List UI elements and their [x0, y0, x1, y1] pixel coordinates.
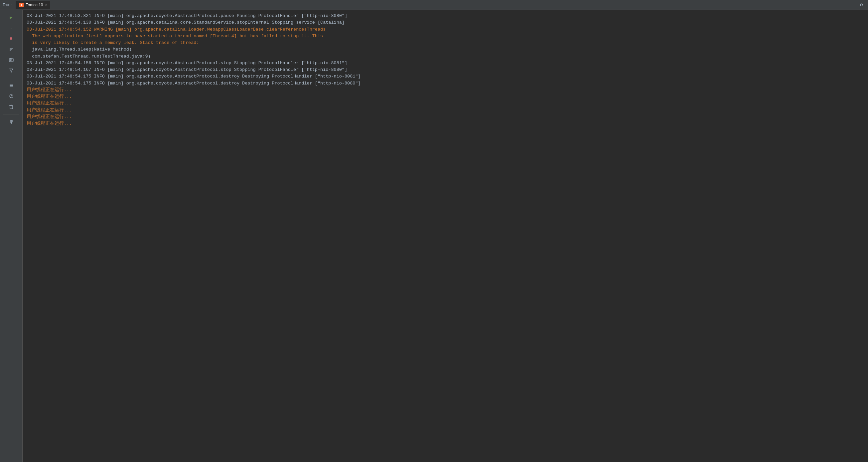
- tomcat-tab[interactable]: T Tomcat10 ×: [16, 1, 50, 9]
- tomcat-tab-icon: T: [19, 3, 24, 7]
- log-line: 用户线程正在运行...: [27, 107, 864, 114]
- tab-label: Tomcat10: [26, 3, 43, 7]
- svg-point-4: [10, 59, 12, 61]
- align-button[interactable]: [7, 81, 16, 90]
- toolbar-separator-2: [3, 114, 19, 115]
- log-line: The web application [test] appears to ha…: [27, 33, 864, 39]
- ide-window: Run: T Tomcat10 × ⚙ ▶ ↓ ■: [0, 0, 868, 462]
- svg-rect-13: [10, 106, 13, 109]
- console-area[interactable]: 03-Jul-2021 17:48:53.821 INFO [main] org…: [23, 10, 868, 462]
- pin-button[interactable]: [7, 117, 16, 126]
- log-line: 03-Jul-2021 17:48:54.167 INFO [main] org…: [27, 66, 864, 73]
- log-line: 03-Jul-2021 17:48:54.152 WARNING [main] …: [27, 26, 864, 33]
- log-line: 用户线程正在运行...: [27, 93, 864, 100]
- log-line: java.lang.Thread.sleep(Native Method): [27, 46, 864, 53]
- stop-button[interactable]: ■: [7, 34, 16, 43]
- properties-button[interactable]: [7, 91, 16, 101]
- tab-close-icon[interactable]: ×: [45, 3, 47, 7]
- log-line: 03-Jul-2021 17:48:54.130 INFO [main] org…: [27, 19, 864, 26]
- log-line: com.stefan.TestThread.run(TestThread.jav…: [27, 53, 864, 60]
- log-line: 03-Jul-2021 17:48:54.175 INFO [main] org…: [27, 73, 864, 80]
- log-line: 03-Jul-2021 17:48:54.175 INFO [main] org…: [27, 80, 864, 87]
- rerun-button[interactable]: ▶: [7, 13, 16, 22]
- main-layout: ▶ ↓ ■: [0, 10, 868, 462]
- svg-marker-6: [10, 69, 13, 72]
- log-line: 03-Jul-2021 17:48:53.821 INFO [main] org…: [27, 13, 864, 19]
- log-line: 用户线程正在运行...: [27, 100, 864, 107]
- title-bar-left: Run: T Tomcat10 ×: [3, 0, 52, 10]
- log-line: is very likely to create a memory leak. …: [27, 39, 864, 46]
- sort-button[interactable]: [7, 44, 16, 54]
- title-bar: Run: T Tomcat10 × ⚙: [0, 0, 868, 10]
- log-line: 用户线程正在运行...: [27, 87, 864, 93]
- camera-button[interactable]: [7, 55, 16, 64]
- log-line: 用户线程正在运行...: [27, 114, 864, 120]
- toolbar-separator-1: [3, 78, 19, 78]
- delete-button[interactable]: [7, 102, 16, 112]
- filter-button[interactable]: [7, 66, 16, 75]
- left-toolbar: ▶ ↓ ■: [0, 10, 23, 462]
- log-line: 用户线程正在运行...: [27, 120, 864, 127]
- run-label: Run:: [3, 2, 12, 7]
- scroll-down-button[interactable]: ↓: [7, 23, 16, 33]
- log-line: 03-Jul-2021 17:48:54.156 INFO [main] org…: [27, 60, 864, 66]
- svg-point-12: [11, 97, 12, 97]
- tab-bar: T Tomcat10 ×: [14, 0, 52, 10]
- settings-icon[interactable]: ⚙: [857, 1, 865, 9]
